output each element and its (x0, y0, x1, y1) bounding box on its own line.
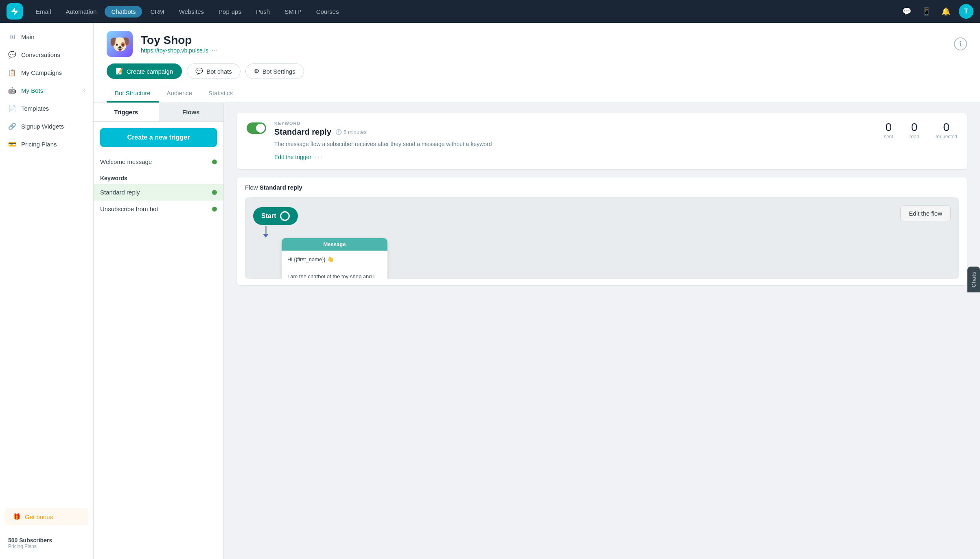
bonus-label: Get bonus (25, 513, 53, 520)
read-label: read (910, 134, 919, 140)
trigger-item-welcome[interactable]: Welcome message (94, 153, 223, 170)
bot-url[interactable]: https://toy-shop.vb.pulse.is (141, 47, 208, 54)
sidebar-item-main[interactable]: ⊞ Main (0, 28, 93, 46)
trigger-toggle[interactable] (247, 122, 266, 134)
message-node: Message Hi {{first_name}} 👋 I am the cha… (282, 238, 387, 279)
sent-value: 0 (884, 121, 893, 134)
left-panel: Triggers Flows Create a new trigger Welc… (94, 103, 224, 559)
subtabs: Triggers Flows (94, 103, 223, 122)
bot-info: Toy Shop https://toy-shop.vb.pulse.is ··… (141, 34, 946, 54)
subtab-flows[interactable]: Flows (159, 103, 224, 121)
top-navigation: Email Automation Chatbots CRM Websites P… (0, 0, 980, 23)
message-node-header: Message (282, 238, 387, 251)
nav-popups[interactable]: Pop-ups (212, 6, 248, 17)
campaign-icon: 📝 (116, 68, 123, 75)
flow-name: Standard reply (260, 184, 302, 191)
create-campaign-button[interactable]: 📝 Create campaign (107, 63, 182, 79)
bot-chats-icon: 💬 (195, 68, 203, 75)
bell-icon[interactable]: 🔔 (939, 5, 952, 18)
sidebar-item-pricing-plans[interactable]: 💳 Pricing Plans (0, 135, 93, 153)
bots-icon: 🤖 (8, 86, 16, 94)
trigger-active-dot (212, 207, 217, 212)
main-icon: ⊞ (8, 33, 16, 41)
create-trigger-button[interactable]: Create a new trigger (100, 128, 217, 147)
bot-name: Toy Shop (141, 34, 946, 47)
trigger-detail-info: KEYWORD Standard reply 🕐 5 minutes The m… (274, 121, 876, 161)
create-campaign-label: Create campaign (127, 68, 173, 75)
tab-statistics[interactable]: Statistics (200, 85, 241, 103)
tab-bot-structure[interactable]: Bot Structure (107, 85, 159, 103)
tab-audience[interactable]: Audience (159, 85, 201, 103)
trigger-item-unsubscribe[interactable]: Unsubscribe from bot (94, 201, 223, 217)
clock-icon: 🕐 (335, 129, 342, 135)
nav-email[interactable]: Email (29, 6, 58, 17)
sidebar-item-conversations[interactable]: 💬 Conversations (0, 46, 93, 63)
sidebar-item-label: Signup Widgets (21, 123, 64, 130)
trigger-more-options[interactable]: ··· (315, 153, 323, 161)
flow-title: Flow Standard reply (245, 184, 959, 191)
info-icon[interactable]: ℹ (954, 37, 967, 50)
redirected-value: 0 (936, 121, 957, 134)
sidebar-pricing-label: Pricing Plans (8, 544, 85, 549)
nav-smtp[interactable]: SMTP (278, 6, 308, 17)
bot-settings-label: Bot Settings (262, 68, 295, 75)
start-label: Start (261, 212, 276, 220)
chat-icon[interactable]: 💬 (900, 5, 913, 18)
stat-sent: 0 sent (884, 121, 893, 140)
page-actions: 📝 Create campaign 💬 Bot chats ⚙ Bot Sett… (107, 63, 967, 79)
sidebar-item-templates[interactable]: 📄 Templates (0, 99, 93, 117)
bot-chats-label: Bot chats (206, 68, 232, 75)
trigger-active-dot (212, 159, 217, 164)
message-node-body: Hi {{first_name}} 👋 I am the chatbot of … (282, 251, 387, 279)
sidebar-item-label: Templates (21, 105, 49, 112)
edit-flow-button[interactable]: Edit the flow (900, 205, 951, 221)
nav-crm[interactable]: CRM (144, 6, 171, 17)
welcome-message-label: Welcome message (100, 158, 152, 165)
edit-trigger-link[interactable]: Edit the trigger (274, 154, 311, 160)
flow-start-node: Start (253, 207, 298, 225)
conversations-icon: 💬 (8, 50, 16, 59)
bot-avatar: 🐶 (107, 31, 133, 57)
trigger-active-dot (212, 190, 217, 195)
get-bonus-button[interactable]: 🎁 Get bonus (5, 508, 88, 525)
app-layout: ⊞ Main 💬 Conversations 📋 My Campaigns 🤖 … (0, 23, 980, 559)
bot-settings-button[interactable]: ⚙ Bot Settings (245, 63, 304, 79)
sidebar-footer: 500 Subscribers Pricing Plans (0, 532, 93, 554)
settings-icon: ⚙ (254, 68, 259, 75)
bot-emoji: 🐶 (109, 34, 130, 54)
trigger-stats: 0 sent 0 read 0 redirected (884, 121, 957, 140)
pricing-icon: 💳 (8, 140, 16, 148)
app-logo[interactable] (7, 3, 23, 20)
campaigns-icon: 📋 (8, 68, 16, 76)
bot-chats-button[interactable]: 💬 Bot chats (187, 63, 241, 79)
unsubscribe-label: Unsubscribe from bot (100, 205, 158, 212)
sidebar-item-my-campaigns[interactable]: 📋 My Campaigns (0, 63, 93, 81)
chevron-icon: ‹ (83, 87, 85, 93)
main-content: 🐶 Toy Shop https://toy-shop.vb.pulse.is … (94, 23, 980, 559)
stat-redirected: 0 redirected (936, 121, 957, 140)
trigger-list: Create a new trigger Welcome message Key… (94, 122, 223, 559)
nav-automation[interactable]: Automation (59, 6, 103, 17)
bonus-icon: 🎁 (13, 513, 21, 520)
sidebar-item-label: Conversations (21, 51, 60, 58)
trigger-item-standard-reply[interactable]: Standard reply (94, 184, 223, 201)
nav-courses[interactable]: Courses (310, 6, 346, 17)
sidebar-item-signup-widgets[interactable]: 🔗 Signup Widgets (0, 117, 93, 135)
nav-push[interactable]: Push (249, 6, 276, 17)
chats-side-tab[interactable]: Chats (967, 267, 980, 293)
sidebar-item-my-bots[interactable]: 🤖 My Bots ‹ (0, 81, 93, 99)
widgets-icon: 🔗 (8, 122, 16, 130)
nav-chatbots[interactable]: Chatbots (105, 6, 142, 17)
subtab-triggers[interactable]: Triggers (94, 103, 159, 121)
mobile-icon[interactable]: 📱 (920, 5, 933, 18)
nav-websites[interactable]: Websites (173, 6, 210, 17)
subscriber-count: 500 Subscribers (8, 537, 85, 544)
flow-canvas: Edit the flow Start (245, 197, 959, 279)
more-options-dots[interactable]: ··· (212, 47, 217, 54)
read-value: 0 (910, 121, 919, 134)
user-avatar[interactable]: T (959, 4, 973, 19)
sidebar-item-label: Pricing Plans (21, 141, 57, 148)
flow-section: Flow Standard reply Edit the flow Start (237, 177, 967, 285)
sent-label: sent (884, 134, 893, 140)
trigger-time: 🕐 5 minutes (335, 129, 366, 135)
